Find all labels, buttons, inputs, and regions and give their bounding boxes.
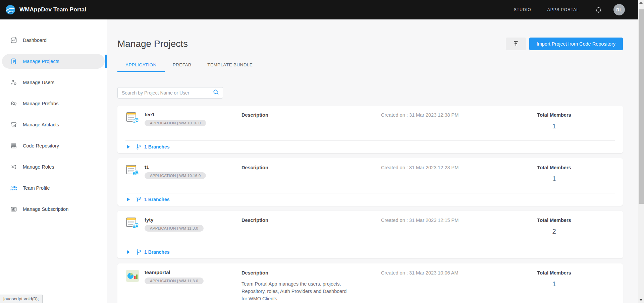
- import-project-button[interactable]: Import Project from Code Repository: [529, 38, 623, 50]
- browser-scrollbar[interactable]: [638, 0, 644, 303]
- total-members-label: Total Members: [512, 270, 596, 276]
- scrollbar-thumb[interactable]: [639, 9, 644, 204]
- sidebar-item-manage-subscription[interactable]: Manage Subscription: [2, 202, 105, 217]
- total-members-value: 1: [512, 122, 596, 130]
- sidebar-item-label: Manage Prefabs: [23, 101, 58, 106]
- branches-label: 1 Branches: [144, 249, 169, 255]
- search-input[interactable]: [122, 90, 213, 96]
- search-icon[interactable]: [213, 89, 219, 97]
- project-search: [117, 87, 223, 99]
- created-on-text: Created on : 31 Mar 2023 10:06 AM: [352, 270, 512, 302]
- browser-status-bar: javascript:void(0);: [0, 295, 43, 303]
- sidebar-item-manage-prefabs[interactable]: Manage Prefabs: [2, 96, 105, 111]
- sidebar-item-manage-projects[interactable]: Manage Projects: [2, 54, 105, 69]
- project-type-badge: APPLICATION | WM 11.3.0: [145, 278, 204, 284]
- scroll-up-arrow-icon[interactable]: [639, 2, 643, 4]
- sidebar-item-manage-users[interactable]: Manage Users: [2, 75, 105, 90]
- sidebar-item-code-repository[interactable]: Code Repository: [2, 138, 105, 153]
- team-profile-icon: [10, 184, 17, 192]
- total-members-label: Total Members: [512, 112, 596, 118]
- sidebar-item-manage-roles[interactable]: Manage Roles: [2, 160, 105, 174]
- user-avatar[interactable]: RL: [613, 4, 625, 15]
- project-type-badge: APPLICATION | WM 10.16.0: [145, 172, 206, 179]
- roles-icon: [10, 163, 17, 171]
- main-content: Manage Projects Import Project from Code…: [107, 19, 638, 303]
- tab-application[interactable]: APPLICATION: [117, 59, 165, 72]
- page-title: Manage Projects: [117, 39, 188, 49]
- description-label: Description: [241, 218, 352, 223]
- teamportal-chart-icon: [125, 269, 140, 283]
- branches-label: 1 Branches: [144, 144, 169, 149]
- application-window-db-icon: [125, 164, 140, 178]
- projects-icon: [10, 58, 17, 65]
- wavemaker-logo-icon: [5, 5, 15, 15]
- description-text: Team Portal App manages the users, proje…: [241, 280, 352, 302]
- application-window-db-icon: [125, 216, 140, 230]
- project-name-link[interactable]: teamportal: [145, 269, 204, 275]
- branches-toggle[interactable]: 1 Branches: [125, 193, 615, 206]
- active-indicator: [105, 55, 107, 68]
- total-members-label: Total Members: [512, 218, 596, 223]
- prefabs-icon: [10, 100, 17, 107]
- notifications-bell-icon[interactable]: [595, 6, 602, 13]
- description-label: Description: [241, 112, 352, 118]
- project-card: teamportal APPLICATION | WM 11.3.0 Descr…: [117, 263, 623, 303]
- sidebar-item-label: Dashboard: [23, 38, 47, 43]
- description-label: Description: [241, 270, 352, 276]
- nav-apps-portal-link[interactable]: APPS PORTAL: [547, 7, 579, 12]
- brand: WMAppDev Team Portal: [5, 5, 86, 15]
- tab-template-bundle[interactable]: TEMPLATE BUNDLE: [199, 59, 261, 72]
- sidebar-item-label: Manage Artifacts: [23, 122, 59, 127]
- subscription-icon: [10, 205, 17, 213]
- dashboard-icon: [10, 37, 17, 44]
- created-on-text: Created on : 31 Mar 2023 12:38 PM: [352, 112, 512, 135]
- branches-label: 1 Branches: [144, 197, 169, 202]
- artifacts-icon: [10, 121, 17, 128]
- project-card: tee1 APPLICATION | WM 10.16.0 Descriptio…: [117, 106, 623, 153]
- upload-project-button[interactable]: [506, 38, 526, 50]
- sidebar-item-label: Manage Users: [23, 80, 54, 85]
- created-on-text: Created on : 31 Mar 2023 12:15 PM: [352, 218, 512, 240]
- sidebar-nav: Dashboard Manage Projects Manage Users: [0, 19, 107, 303]
- project-name-link[interactable]: t1: [145, 164, 206, 170]
- top-header: WMAppDev Team Portal STUDIO APPS PORTAL …: [0, 0, 638, 19]
- total-members-label: Total Members: [512, 165, 596, 170]
- sidebar-item-label: Manage Projects: [23, 59, 59, 64]
- sidebar-item-label: Team Profile: [23, 185, 50, 191]
- project-name-link[interactable]: tyty: [145, 217, 204, 223]
- sidebar-item-label: Manage Roles: [23, 164, 54, 170]
- git-branch-icon: [136, 249, 142, 255]
- sidebar-item-team-profile[interactable]: Team Profile: [2, 181, 105, 195]
- users-icon: [10, 79, 17, 86]
- expand-arrow-icon[interactable]: [127, 145, 130, 149]
- branches-toggle[interactable]: 1 Branches: [125, 140, 615, 153]
- total-members-value: 1: [512, 280, 596, 288]
- sidebar-item-dashboard[interactable]: Dashboard: [2, 33, 105, 48]
- description-label: Description: [241, 165, 352, 170]
- created-on-text: Created on : 31 Mar 2023 12:23 PM: [352, 165, 512, 188]
- nav-studio-link[interactable]: STUDIO: [514, 7, 531, 12]
- project-card: tyty APPLICATION | WM 11.3.0 Description…: [117, 211, 623, 258]
- application-window-db-icon: [125, 111, 140, 125]
- upload-icon: [512, 40, 520, 48]
- sidebar-item-manage-artifacts[interactable]: Manage Artifacts: [2, 117, 105, 132]
- project-type-badge: APPLICATION | WM 11.3.0: [145, 225, 204, 232]
- git-branch-icon: [136, 144, 142, 150]
- tab-prefab[interactable]: PREFAB: [165, 59, 200, 72]
- project-type-badge: APPLICATION | WM 10.16.0: [145, 120, 206, 126]
- project-card: t1 APPLICATION | WM 10.16.0 Description …: [117, 158, 623, 206]
- project-type-tabs: APPLICATION PREFAB TEMPLATE BUNDLE: [117, 59, 623, 72]
- code-repository-icon: [10, 142, 17, 149]
- sidebar-item-label: Code Repository: [23, 143, 59, 148]
- expand-arrow-icon[interactable]: [127, 250, 130, 254]
- project-name-link[interactable]: tee1: [145, 112, 206, 117]
- total-members-value: 1: [512, 175, 596, 183]
- sidebar-item-label: Manage Subscription: [23, 206, 68, 212]
- total-members-value: 2: [512, 228, 596, 235]
- scroll-down-arrow-icon[interactable]: [639, 299, 643, 301]
- branches-toggle[interactable]: 1 Branches: [125, 246, 615, 258]
- git-branch-icon: [136, 196, 142, 202]
- app-title: WMAppDev Team Portal: [19, 6, 86, 13]
- expand-arrow-icon[interactable]: [127, 197, 130, 201]
- project-list: tee1 APPLICATION | WM 10.16.0 Descriptio…: [117, 106, 623, 303]
